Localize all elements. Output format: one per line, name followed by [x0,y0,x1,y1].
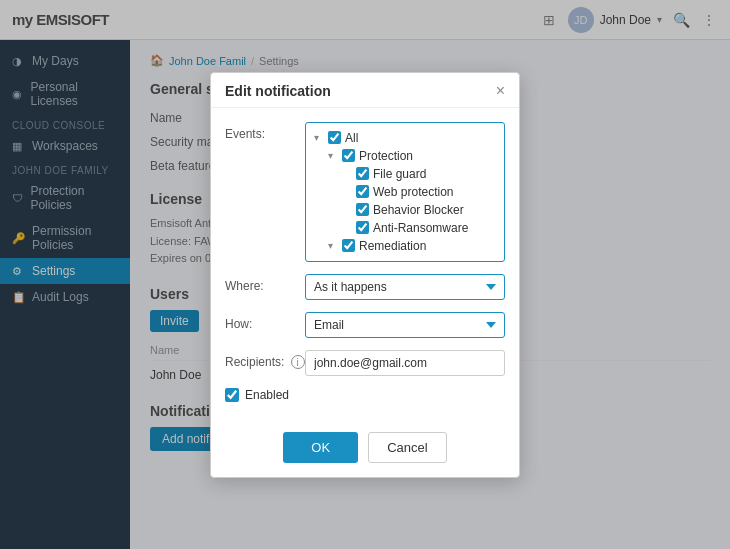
modal-overlay: Edit notification × Events: ▾ All [0,0,730,549]
modal-body: Events: ▾ All ▾ Protection [211,108,519,432]
cancel-button[interactable]: Cancel [368,432,446,463]
checkbox-all[interactable] [328,131,341,144]
label-anti-ransomware: Anti-Ransomware [373,221,468,235]
enabled-row: Enabled [225,388,505,402]
label-all: All [345,131,358,145]
modal-header: Edit notification × [211,73,519,108]
where-label: Where: [225,274,305,293]
label-file-guard: File guard [373,167,426,181]
recipients-info-icon[interactable]: i [291,355,305,369]
where-select[interactable]: As it happens Daily summary Weekly summa… [305,274,505,300]
tree-item-file-guard: File guard [314,165,496,183]
checkbox-anti-ransomware[interactable] [356,221,369,234]
edit-notification-modal: Edit notification × Events: ▾ All [210,72,520,478]
events-row: Events: ▾ All ▾ Protection [225,122,505,262]
modal-close-button[interactable]: × [496,83,505,99]
checkbox-web-protection[interactable] [356,185,369,198]
tree-item-behavior-blocker: Behavior Blocker [314,201,496,219]
events-label: Events: [225,122,305,141]
recipients-input[interactable] [305,350,505,376]
recipients-control [305,350,505,376]
recipients-label: Recipients: i [225,350,305,370]
ok-button[interactable]: OK [283,432,358,463]
where-row: Where: As it happens Daily summary Weekl… [225,274,505,300]
checkbox-protection[interactable] [342,149,355,162]
events-tree-box: ▾ All ▾ Protection [305,122,505,262]
tree-item-anti-ransomware: Anti-Ransomware [314,219,496,237]
tree-item-remediation: ▾ Remediation [314,237,496,255]
tree-item-web-protection: Web protection [314,183,496,201]
label-remediation: Remediation [359,239,426,253]
enabled-label: Enabled [245,388,289,402]
modal-title: Edit notification [225,83,331,99]
how-select[interactable]: Email SMS [305,312,505,338]
enabled-checkbox[interactable] [225,388,239,402]
toggle-all[interactable]: ▾ [314,132,324,143]
label-protection: Protection [359,149,413,163]
checkbox-behavior-blocker[interactable] [356,203,369,216]
how-control: Email SMS [305,312,505,338]
modal-footer: OK Cancel [211,432,519,477]
tree-item-all: ▾ All [314,129,496,147]
label-behavior-blocker: Behavior Blocker [373,203,464,217]
toggle-protection[interactable]: ▾ [328,150,338,161]
tree-item-protection: ▾ Protection [314,147,496,165]
how-label: How: [225,312,305,331]
how-row: How: Email SMS [225,312,505,338]
label-web-protection: Web protection [373,185,454,199]
checkbox-remediation[interactable] [342,239,355,252]
events-control: ▾ All ▾ Protection [305,122,505,262]
checkbox-file-guard[interactable] [356,167,369,180]
where-control: As it happens Daily summary Weekly summa… [305,274,505,300]
recipients-row: Recipients: i [225,350,505,376]
toggle-remediation[interactable]: ▾ [328,240,338,251]
